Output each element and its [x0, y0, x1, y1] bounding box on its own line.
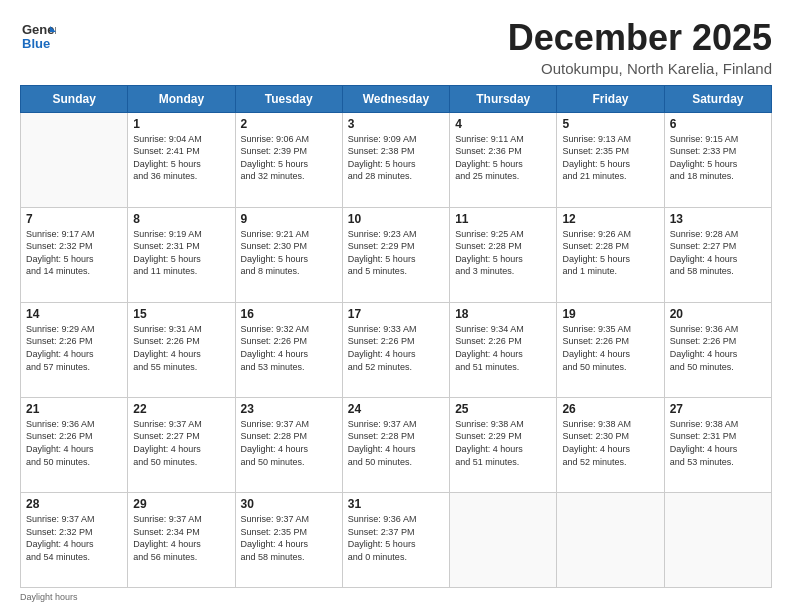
calendar-day-cell [557, 492, 664, 587]
day-info: Sunrise: 9:36 AMSunset: 2:26 PMDaylight:… [670, 323, 766, 373]
calendar-day-cell: 17Sunrise: 9:33 AMSunset: 2:26 PMDayligh… [342, 302, 449, 397]
calendar-day-cell: 1Sunrise: 9:04 AMSunset: 2:41 PMDaylight… [128, 112, 235, 207]
day-number: 18 [455, 307, 551, 321]
day-number: 12 [562, 212, 658, 226]
calendar-day-header: Monday [128, 85, 235, 112]
day-number: 31 [348, 497, 444, 511]
calendar-week-row: 1Sunrise: 9:04 AMSunset: 2:41 PMDaylight… [21, 112, 772, 207]
svg-text:Blue: Blue [22, 36, 50, 51]
calendar-day-cell: 26Sunrise: 9:38 AMSunset: 2:30 PMDayligh… [557, 397, 664, 492]
day-number: 2 [241, 117, 337, 131]
day-number: 4 [455, 117, 551, 131]
calendar-table: SundayMondayTuesdayWednesdayThursdayFrid… [20, 85, 772, 588]
calendar-day-cell: 29Sunrise: 9:37 AMSunset: 2:34 PMDayligh… [128, 492, 235, 587]
day-info: Sunrise: 9:23 AMSunset: 2:29 PMDaylight:… [348, 228, 444, 278]
calendar-week-row: 7Sunrise: 9:17 AMSunset: 2:32 PMDaylight… [21, 207, 772, 302]
day-info: Sunrise: 9:37 AMSunset: 2:32 PMDaylight:… [26, 513, 122, 563]
day-info: Sunrise: 9:38 AMSunset: 2:31 PMDaylight:… [670, 418, 766, 468]
calendar-day-cell: 12Sunrise: 9:26 AMSunset: 2:28 PMDayligh… [557, 207, 664, 302]
logo: General Blue [20, 18, 56, 54]
day-number: 22 [133, 402, 229, 416]
day-info: Sunrise: 9:36 AMSunset: 2:37 PMDaylight:… [348, 513, 444, 563]
calendar-day-cell: 19Sunrise: 9:35 AMSunset: 2:26 PMDayligh… [557, 302, 664, 397]
day-info: Sunrise: 9:28 AMSunset: 2:27 PMDaylight:… [670, 228, 766, 278]
day-info: Sunrise: 9:38 AMSunset: 2:29 PMDaylight:… [455, 418, 551, 468]
day-info: Sunrise: 9:15 AMSunset: 2:33 PMDaylight:… [670, 133, 766, 183]
calendar-week-row: 14Sunrise: 9:29 AMSunset: 2:26 PMDayligh… [21, 302, 772, 397]
day-number: 24 [348, 402, 444, 416]
calendar-day-cell: 28Sunrise: 9:37 AMSunset: 2:32 PMDayligh… [21, 492, 128, 587]
day-info: Sunrise: 9:04 AMSunset: 2:41 PMDaylight:… [133, 133, 229, 183]
day-number: 25 [455, 402, 551, 416]
calendar-day-cell: 25Sunrise: 9:38 AMSunset: 2:29 PMDayligh… [450, 397, 557, 492]
calendar-day-cell: 6Sunrise: 9:15 AMSunset: 2:33 PMDaylight… [664, 112, 771, 207]
header: General Blue December 2025 Outokumpu, No… [20, 18, 772, 77]
day-number: 19 [562, 307, 658, 321]
day-info: Sunrise: 9:17 AMSunset: 2:32 PMDaylight:… [26, 228, 122, 278]
day-number: 20 [670, 307, 766, 321]
day-info: Sunrise: 9:09 AMSunset: 2:38 PMDaylight:… [348, 133, 444, 183]
day-info: Sunrise: 9:06 AMSunset: 2:39 PMDaylight:… [241, 133, 337, 183]
calendar-day-cell: 11Sunrise: 9:25 AMSunset: 2:28 PMDayligh… [450, 207, 557, 302]
day-number: 23 [241, 402, 337, 416]
day-info: Sunrise: 9:37 AMSunset: 2:34 PMDaylight:… [133, 513, 229, 563]
day-number: 28 [26, 497, 122, 511]
calendar-day-cell: 23Sunrise: 9:37 AMSunset: 2:28 PMDayligh… [235, 397, 342, 492]
day-info: Sunrise: 9:34 AMSunset: 2:26 PMDaylight:… [455, 323, 551, 373]
day-info: Sunrise: 9:11 AMSunset: 2:36 PMDaylight:… [455, 133, 551, 183]
calendar-day-cell: 20Sunrise: 9:36 AMSunset: 2:26 PMDayligh… [664, 302, 771, 397]
day-info: Sunrise: 9:13 AMSunset: 2:35 PMDaylight:… [562, 133, 658, 183]
calendar-day-cell: 18Sunrise: 9:34 AMSunset: 2:26 PMDayligh… [450, 302, 557, 397]
day-number: 8 [133, 212, 229, 226]
day-number: 3 [348, 117, 444, 131]
calendar-day-header: Wednesday [342, 85, 449, 112]
calendar-day-cell: 16Sunrise: 9:32 AMSunset: 2:26 PMDayligh… [235, 302, 342, 397]
location-title: Outokumpu, North Karelia, Finland [508, 60, 772, 77]
calendar-day-cell: 3Sunrise: 9:09 AMSunset: 2:38 PMDaylight… [342, 112, 449, 207]
calendar-day-cell: 4Sunrise: 9:11 AMSunset: 2:36 PMDaylight… [450, 112, 557, 207]
day-number: 27 [670, 402, 766, 416]
calendar-day-cell: 14Sunrise: 9:29 AMSunset: 2:26 PMDayligh… [21, 302, 128, 397]
day-number: 7 [26, 212, 122, 226]
calendar-day-cell: 30Sunrise: 9:37 AMSunset: 2:35 PMDayligh… [235, 492, 342, 587]
calendar-week-row: 28Sunrise: 9:37 AMSunset: 2:32 PMDayligh… [21, 492, 772, 587]
day-number: 10 [348, 212, 444, 226]
day-number: 21 [26, 402, 122, 416]
day-info: Sunrise: 9:19 AMSunset: 2:31 PMDaylight:… [133, 228, 229, 278]
calendar-day-cell: 10Sunrise: 9:23 AMSunset: 2:29 PMDayligh… [342, 207, 449, 302]
calendar-day-cell: 24Sunrise: 9:37 AMSunset: 2:28 PMDayligh… [342, 397, 449, 492]
day-info: Sunrise: 9:32 AMSunset: 2:26 PMDaylight:… [241, 323, 337, 373]
day-number: 11 [455, 212, 551, 226]
month-title: December 2025 [508, 18, 772, 58]
calendar-day-cell: 8Sunrise: 9:19 AMSunset: 2:31 PMDaylight… [128, 207, 235, 302]
calendar-day-cell: 27Sunrise: 9:38 AMSunset: 2:31 PMDayligh… [664, 397, 771, 492]
calendar-day-header: Tuesday [235, 85, 342, 112]
calendar-day-header: Saturday [664, 85, 771, 112]
day-number: 13 [670, 212, 766, 226]
day-info: Sunrise: 9:21 AMSunset: 2:30 PMDaylight:… [241, 228, 337, 278]
calendar-day-cell [21, 112, 128, 207]
calendar-day-cell: 7Sunrise: 9:17 AMSunset: 2:32 PMDaylight… [21, 207, 128, 302]
day-info: Sunrise: 9:36 AMSunset: 2:26 PMDaylight:… [26, 418, 122, 468]
day-number: 1 [133, 117, 229, 131]
day-info: Sunrise: 9:37 AMSunset: 2:28 PMDaylight:… [348, 418, 444, 468]
calendar-day-cell: 15Sunrise: 9:31 AMSunset: 2:26 PMDayligh… [128, 302, 235, 397]
calendar-day-cell [450, 492, 557, 587]
calendar-day-header: Sunday [21, 85, 128, 112]
day-info: Sunrise: 9:38 AMSunset: 2:30 PMDaylight:… [562, 418, 658, 468]
day-number: 9 [241, 212, 337, 226]
logo-icon: General Blue [20, 18, 56, 54]
footer-note: Daylight hours [20, 592, 772, 602]
calendar-day-cell: 5Sunrise: 9:13 AMSunset: 2:35 PMDaylight… [557, 112, 664, 207]
day-info: Sunrise: 9:25 AMSunset: 2:28 PMDaylight:… [455, 228, 551, 278]
calendar-header-row: SundayMondayTuesdayWednesdayThursdayFrid… [21, 85, 772, 112]
title-block: December 2025 Outokumpu, North Karelia, … [508, 18, 772, 77]
calendar-week-row: 21Sunrise: 9:36 AMSunset: 2:26 PMDayligh… [21, 397, 772, 492]
calendar-day-cell: 21Sunrise: 9:36 AMSunset: 2:26 PMDayligh… [21, 397, 128, 492]
day-number: 30 [241, 497, 337, 511]
day-number: 16 [241, 307, 337, 321]
day-number: 14 [26, 307, 122, 321]
day-number: 6 [670, 117, 766, 131]
day-info: Sunrise: 9:31 AMSunset: 2:26 PMDaylight:… [133, 323, 229, 373]
calendar-day-header: Thursday [450, 85, 557, 112]
